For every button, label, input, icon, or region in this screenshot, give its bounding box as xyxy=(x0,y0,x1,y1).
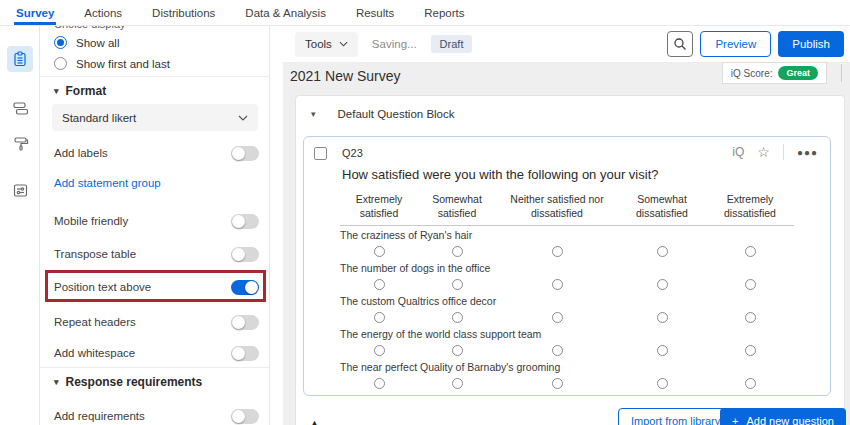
choice-display-label: Choice display xyxy=(54,26,126,30)
more-options-icon[interactable]: ●●● xyxy=(797,147,818,158)
toggle-row-add-requirements: Add requirements xyxy=(40,407,270,425)
tab-reports[interactable]: Reports xyxy=(422,0,466,25)
import-from-library-button[interactable]: Import from library xyxy=(618,408,733,425)
survey-builder-icon[interactable] xyxy=(7,46,33,72)
chevron-down-icon xyxy=(238,115,248,121)
matrix-statement: The craziness of Ryan's hair xyxy=(340,226,794,243)
matrix-radio[interactable] xyxy=(452,345,463,356)
left-icon-rail xyxy=(0,26,40,425)
block-title: Default Question Block xyxy=(338,108,455,120)
plus-icon: + xyxy=(732,415,738,425)
survey-canvas: 2021 New Survey iQ Score: Great ▾ Defaul… xyxy=(283,62,850,425)
survey-options-icon[interactable] xyxy=(7,177,33,203)
toggle-row-add-whitespace: Add whitespace xyxy=(40,344,270,362)
matrix-radio[interactable] xyxy=(452,246,463,257)
matrix-radio[interactable] xyxy=(657,345,668,356)
transpose-table-toggle[interactable] xyxy=(231,247,259,262)
matrix-radio[interactable] xyxy=(552,279,563,290)
publish-button[interactable]: Publish xyxy=(778,31,844,57)
question-options-panel: Choice display Show all Show first and l… xyxy=(40,26,270,425)
question-checkbox[interactable] xyxy=(314,147,327,160)
add-requirements-toggle[interactable] xyxy=(231,409,259,424)
iq-score-badge: Great xyxy=(778,66,818,80)
iq-suggestions-icon[interactable]: iQ xyxy=(732,145,744,159)
matrix-radio-row xyxy=(340,309,794,325)
matrix-radio-row xyxy=(340,375,794,391)
mobile-friendly-toggle[interactable] xyxy=(231,214,259,229)
caret-down-icon: ▾ xyxy=(54,86,59,96)
toggle-row-mobile-friendly: Mobile friendly xyxy=(40,212,270,230)
search-icon xyxy=(673,37,687,51)
question-text[interactable]: How satisfied were you with the followin… xyxy=(342,167,658,182)
matrix-statement: The energy of the world class support te… xyxy=(340,325,794,342)
toggle-row-position-text-above: Position text above xyxy=(40,278,270,296)
look-and-feel-icon[interactable] xyxy=(7,130,33,156)
matrix-radio[interactable] xyxy=(374,279,385,290)
matrix-radio[interactable] xyxy=(657,279,668,290)
divider xyxy=(783,144,784,160)
matrix-radio[interactable] xyxy=(745,378,756,389)
matrix-radio[interactable] xyxy=(745,345,756,356)
tab-actions[interactable]: Actions xyxy=(82,0,124,25)
add-statement-group-link[interactable]: Add statement group xyxy=(54,177,161,189)
matrix-statement: The custom Qualtrics office decor xyxy=(340,292,794,309)
draft-badge: Draft xyxy=(431,35,473,53)
response-requirements-header[interactable]: ▾ Response requirements xyxy=(54,375,202,389)
add-labels-toggle[interactable] xyxy=(231,146,259,161)
matrix-radio[interactable] xyxy=(552,312,563,323)
saving-status: Saving... xyxy=(372,38,417,50)
top-nav: Survey Actions Distributions Data & Anal… xyxy=(0,0,850,26)
matrix-radio[interactable] xyxy=(745,246,756,257)
matrix-radio[interactable] xyxy=(452,378,463,389)
matrix-statement: The number of dogs in the office xyxy=(340,259,794,276)
survey-flow-icon[interactable] xyxy=(7,95,33,121)
matrix-radio[interactable] xyxy=(657,246,668,257)
tab-distributions[interactable]: Distributions xyxy=(150,0,217,25)
matrix-radio[interactable] xyxy=(552,246,563,257)
tab-data-analysis[interactable]: Data & Analysis xyxy=(243,0,328,25)
add-new-question-button[interactable]: + Add new question xyxy=(720,408,846,425)
matrix-radio[interactable] xyxy=(452,312,463,323)
question-id: Q23 xyxy=(342,147,363,159)
radio-show-all[interactable]: Show all xyxy=(54,36,119,49)
matrix-radio[interactable] xyxy=(745,279,756,290)
block-collapse-icon[interactable]: ▾ xyxy=(311,109,316,119)
matrix-column-header: Extremely dissatisfied xyxy=(706,193,794,220)
matrix-radio[interactable] xyxy=(452,279,463,290)
iq-score-box[interactable]: iQ Score: Great xyxy=(722,62,827,84)
format-dropdown[interactable]: Standard likert xyxy=(52,104,258,131)
search-button[interactable] xyxy=(667,31,693,57)
matrix-radio-row xyxy=(340,276,794,292)
radio-icon[interactable] xyxy=(54,36,67,49)
matrix-radio[interactable] xyxy=(552,378,563,389)
tools-menu-button[interactable]: Tools xyxy=(295,32,358,57)
survey-title: 2021 New Survey xyxy=(290,68,401,84)
format-section-header[interactable]: ▾ Format xyxy=(54,84,106,98)
matrix-radio[interactable] xyxy=(745,312,756,323)
main-area: Tools Saving... Draft Preview Publish 20… xyxy=(270,26,850,425)
collapse-block-icon[interactable]: ▲ xyxy=(310,418,319,425)
editor-toolbar: Tools Saving... Draft Preview Publish xyxy=(270,26,850,62)
question-block: ▾ Default Question Block Q23 iQ ☆ ●●● Ho… xyxy=(295,95,845,425)
tab-survey[interactable]: Survey xyxy=(14,0,56,25)
matrix-radio[interactable] xyxy=(374,378,385,389)
matrix-radio[interactable] xyxy=(374,312,385,323)
tab-results[interactable]: Results xyxy=(354,0,396,25)
matrix-radio[interactable] xyxy=(374,345,385,356)
matrix-radio[interactable] xyxy=(374,246,385,257)
matrix-radio[interactable] xyxy=(657,312,668,323)
question-card[interactable]: Q23 iQ ☆ ●●● How satisfied were you with… xyxy=(303,136,831,396)
toggle-row-transpose-table: Transpose table xyxy=(40,245,270,263)
matrix-column-header: Extremely satisfied xyxy=(340,193,418,220)
radio-show-first-last[interactable]: Show first and last xyxy=(54,57,170,70)
star-icon[interactable]: ☆ xyxy=(757,145,770,159)
matrix-radio[interactable] xyxy=(657,378,668,389)
radio-icon[interactable] xyxy=(54,57,67,70)
add-whitespace-toggle[interactable] xyxy=(231,346,259,361)
chevron-down-icon xyxy=(339,41,348,47)
repeat-headers-toggle[interactable] xyxy=(231,315,259,330)
matrix-radio[interactable] xyxy=(552,345,563,356)
preview-button[interactable]: Preview xyxy=(700,31,771,57)
divider xyxy=(841,64,842,82)
position-text-above-toggle[interactable] xyxy=(231,280,259,295)
